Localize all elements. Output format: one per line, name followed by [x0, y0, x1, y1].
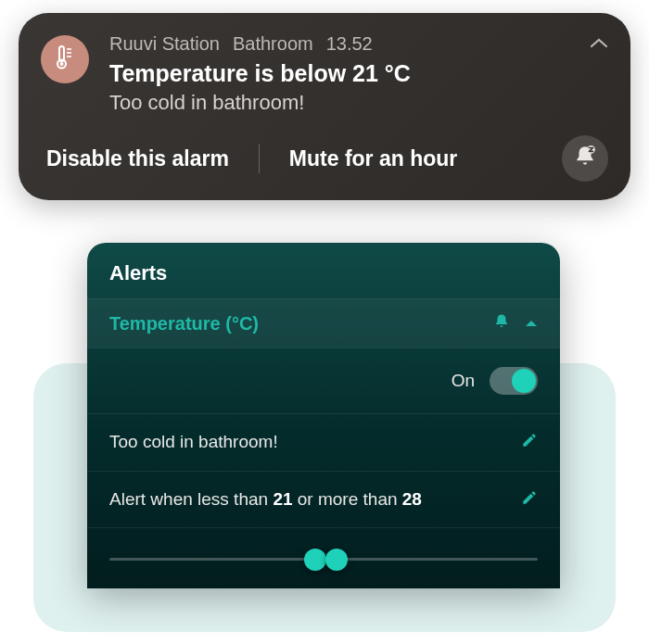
notification-header: Ruuvi Station Bathroom 13.52 Temperature… — [41, 33, 608, 115]
notification-location: Bathroom — [233, 33, 313, 55]
notification-time: 13.52 — [326, 33, 373, 55]
rule-mid: or more than — [293, 489, 402, 509]
svg-point-2 — [60, 62, 64, 66]
toggle-label: On — [452, 371, 475, 391]
collapse-chevron[interactable] — [590, 37, 608, 54]
notification-title: Temperature is below 21 °C — [109, 60, 569, 87]
slider-handle-low[interactable] — [304, 549, 326, 571]
notification-card: Ruuvi Station Bathroom 13.52 Temperature… — [19, 13, 630, 200]
slider-track — [109, 558, 538, 561]
rule-high-value: 28 — [402, 489, 422, 509]
rule-prefix: Alert when less than — [109, 489, 273, 509]
alert-description: Too cold in bathroom! — [109, 429, 521, 456]
rule-low-value: 21 — [273, 489, 292, 509]
panel-title: Alerts — [87, 243, 560, 298]
bell-snooze-icon — [573, 145, 597, 172]
edit-rule-button[interactable] — [521, 489, 538, 510]
caret-up-icon — [525, 315, 538, 332]
alert-rule-text: Alert when less than 21 or more than 28 — [109, 486, 521, 513]
disable-alarm-button[interactable]: Disable this alarm — [41, 143, 229, 175]
slider-handle-high[interactable] — [325, 549, 348, 571]
threshold-slider[interactable] — [87, 528, 560, 561]
notification-actions: Disable this alarm Mute for an hour — [41, 135, 608, 182]
snooze-bell-button[interactable] — [562, 135, 608, 182]
alert-toggle-row: On — [87, 348, 560, 414]
bell-icon — [493, 312, 510, 335]
action-divider — [259, 144, 260, 173]
notification-body: Too cold in bathroom! — [109, 91, 569, 115]
alert-rule-row: Alert when less than 21 or more than 28 — [87, 472, 560, 529]
alert-toggle[interactable] — [490, 367, 538, 395]
alerts-panel: Alerts Temperature (°C) On Too cold in b… — [87, 243, 560, 588]
mute-hour-button[interactable]: Mute for an hour — [289, 143, 562, 175]
notification-app-name: Ruuvi Station — [109, 33, 220, 55]
temperature-section-header[interactable]: Temperature (°C) — [87, 298, 560, 348]
edit-description-button[interactable] — [521, 432, 538, 452]
notification-meta: Ruuvi Station Bathroom 13.52 Temperature… — [109, 33, 569, 115]
alert-description-row: Too cold in bathroom! — [87, 414, 560, 472]
thermometer-icon — [54, 44, 76, 74]
app-icon-badge — [41, 35, 89, 83]
section-title: Temperature (°C) — [109, 313, 493, 335]
